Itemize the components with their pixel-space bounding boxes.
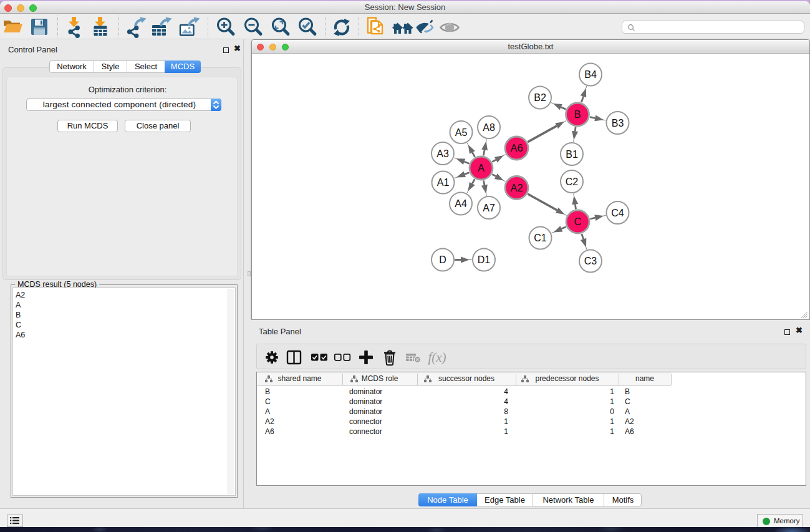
svg-text:C1: C1 [534,233,547,243]
svg-text:A1: A1 [437,177,450,188]
svg-text:A2: A2 [510,182,523,193]
svg-text:B: B [574,109,581,120]
svg-text:C: C [574,216,582,227]
svg-text:B4: B4 [584,69,597,80]
svg-text:A6: A6 [510,142,523,153]
svg-text:A4: A4 [455,198,467,209]
svg-text:A: A [478,162,485,173]
svg-text:B2: B2 [534,92,546,103]
svg-text:A7: A7 [483,203,495,213]
svg-text:f(x): f(x) [428,350,446,365]
svg-text:A3: A3 [436,148,449,159]
svg-text:A8: A8 [483,122,495,133]
svg-text:C4: C4 [611,208,624,218]
svg-text:A5: A5 [455,127,468,138]
svg-text:D1: D1 [478,254,491,265]
svg-text:D: D [439,254,446,265]
svg-text:B1: B1 [566,149,578,160]
svg-text:C2: C2 [566,177,579,187]
svg-text:B3: B3 [612,118,624,128]
svg-text:C3: C3 [584,256,597,266]
